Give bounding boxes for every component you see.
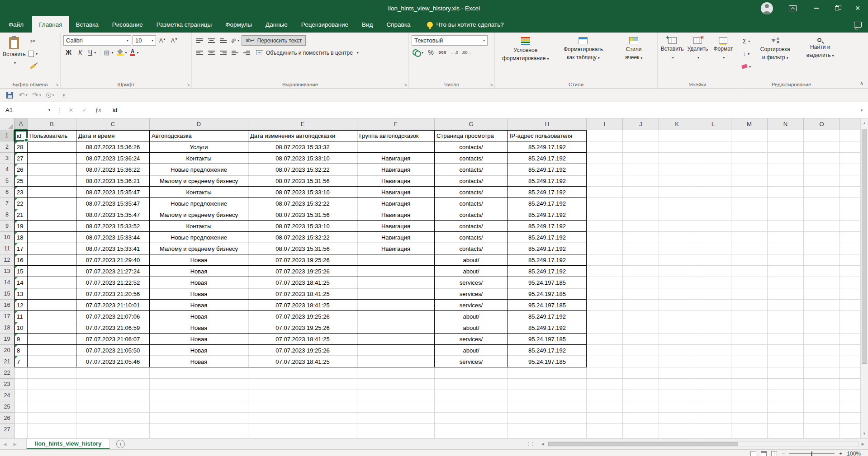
column-header-G[interactable]: G (435, 118, 508, 130)
fill-button[interactable]: ↓▾ (741, 49, 752, 59)
cell-F18[interactable] (357, 322, 435, 334)
cell-O12[interactable] (804, 254, 840, 266)
cell-L6[interactable] (695, 187, 731, 198)
collapse-ribbon-button[interactable]: ∧ (860, 80, 863, 86)
cell-O25[interactable] (804, 401, 840, 413)
format-as-table-button[interactable]: Форматировать как таблицу▾ (555, 34, 612, 80)
cell-D5[interactable]: Малому и среднему бизнесу (150, 175, 248, 187)
cell-E9[interactable]: 08.07.2023 15:33:10 (248, 221, 357, 232)
cell-K9[interactable] (659, 221, 695, 232)
cell-M25[interactable] (731, 401, 768, 413)
cell-K1[interactable] (659, 130, 695, 141)
cell-K23[interactable] (659, 379, 695, 390)
cell-B26[interactable] (28, 413, 76, 424)
touch-mode-button[interactable]: ▾ (44, 90, 56, 101)
conditional-formatting-button[interactable]: Условное форматирование▾ (498, 34, 554, 80)
cell-G24[interactable] (435, 390, 508, 401)
cell-L14[interactable] (695, 277, 731, 288)
cell-G8[interactable]: contacts/ (435, 209, 508, 221)
align-bottom-button[interactable] (218, 36, 228, 46)
cell-K11[interactable] (659, 243, 695, 254)
cell-E14[interactable]: 07.07.2023 18:41:25 (248, 277, 357, 288)
cell-L25[interactable] (695, 401, 731, 413)
row-header-3[interactable]: 3 (0, 153, 14, 164)
cell-J21[interactable] (623, 356, 659, 367)
cell-K16[interactable] (659, 300, 695, 311)
borders-button[interactable]: ⊞▾ (103, 47, 114, 57)
cell-M16[interactable] (731, 300, 768, 311)
hscroll-right-arrow[interactable]: ▶ (859, 442, 867, 446)
cell-N3[interactable] (768, 153, 804, 164)
cell-O17[interactable] (804, 311, 840, 322)
paste-button[interactable]: Вставить ▾ (3, 34, 26, 80)
cell-C21[interactable]: 07.07.2023 21:05:46 (76, 356, 150, 367)
cell-G7[interactable]: contacts/ (435, 198, 508, 209)
row-header-1[interactable]: 1 (0, 130, 14, 141)
select-all-corner[interactable] (0, 118, 14, 130)
underline-button[interactable]: Ч▾ (87, 47, 97, 57)
zoom-slider-thumb[interactable] (811, 451, 812, 456)
tab-file[interactable]: Файл (0, 16, 32, 33)
cell-E25[interactable] (248, 401, 357, 413)
cell-K2[interactable] (659, 141, 695, 153)
vscroll-thumb[interactable] (862, 129, 867, 364)
cell-E1[interactable]: Дата изменения автоподсказки (248, 130, 357, 141)
cell-C24[interactable] (76, 390, 150, 401)
cell-J5[interactable] (623, 175, 659, 187)
tab-page-layout[interactable]: Разметка страницы (150, 16, 218, 33)
cell-J14[interactable] (623, 277, 659, 288)
cell-J26[interactable] (623, 413, 659, 424)
number-format-select[interactable]: Текстовый▾ (412, 35, 488, 46)
cell-J11[interactable] (623, 243, 659, 254)
cell-C14[interactable]: 07.07.2023 21:22:52 (76, 277, 150, 288)
view-page-break-button[interactable] (771, 451, 777, 456)
cell-M14[interactable] (731, 277, 768, 288)
decrease-font-button[interactable]: A▼ (169, 36, 180, 46)
zoom-out-button[interactable]: − (782, 451, 785, 456)
cell-M4[interactable] (731, 164, 768, 175)
cell-styles-button[interactable]: Стили ячеек▾ (613, 34, 655, 80)
cell-C27[interactable] (76, 424, 150, 435)
cell-D28[interactable] (150, 435, 248, 438)
cell-H23[interactable] (508, 379, 587, 390)
cell-A4[interactable]: 26 (14, 164, 28, 175)
cell-O3[interactable] (804, 153, 840, 164)
cell-I3[interactable] (587, 153, 623, 164)
cell-A19[interactable]: 9 (14, 334, 28, 345)
font-size-select[interactable]: 10▾ (133, 35, 156, 46)
cell-E11[interactable]: 08.07.2023 15:31:56 (248, 243, 357, 254)
cell-A20[interactable]: 8 (14, 345, 28, 356)
cell-F24[interactable] (357, 390, 435, 401)
font-name-select[interactable]: Calibri▾ (63, 35, 131, 46)
cell-C28[interactable] (76, 435, 150, 438)
row-header-17[interactable]: 17 (0, 311, 14, 322)
cell-I14[interactable] (587, 277, 623, 288)
cell-L4[interactable] (695, 164, 731, 175)
cell-O20[interactable] (804, 345, 840, 356)
name-box[interactable]: A1 ▾ (0, 102, 54, 118)
insert-function-button[interactable]: ƒx (91, 107, 105, 114)
cell-G13[interactable]: about/ (435, 266, 508, 277)
cell-B17[interactable] (28, 311, 76, 322)
cell-B28[interactable] (28, 435, 76, 438)
cell-J17[interactable] (623, 311, 659, 322)
increase-decimal-button[interactable]: ←.0 (449, 47, 460, 57)
cell-C8[interactable]: 08.07.2023 15:35:47 (76, 209, 150, 221)
row-header-15[interactable]: 15 (0, 288, 14, 300)
cell-K25[interactable] (659, 401, 695, 413)
cell-L1[interactable] (695, 130, 731, 141)
cell-J2[interactable] (623, 141, 659, 153)
cell-J10[interactable] (623, 232, 659, 243)
cell-H26[interactable] (508, 413, 587, 424)
cell-N5[interactable] (768, 175, 804, 187)
tell-me-search[interactable]: Что вы хотите сделать? (427, 16, 503, 33)
cell-C18[interactable]: 07.07.2023 21:06:59 (76, 322, 150, 334)
align-center-button[interactable] (206, 48, 217, 58)
cell-E18[interactable]: 07.07.2023 19:25:26 (248, 322, 357, 334)
cell-B11[interactable] (28, 243, 76, 254)
cell-K5[interactable] (659, 175, 695, 187)
cell-C7[interactable]: 08.07.2023 15:35:47 (76, 198, 150, 209)
scrollbar-resize-grip[interactable]: ⋮⋮ (526, 441, 534, 447)
cell-L26[interactable] (695, 413, 731, 424)
cell-L10[interactable] (695, 232, 731, 243)
